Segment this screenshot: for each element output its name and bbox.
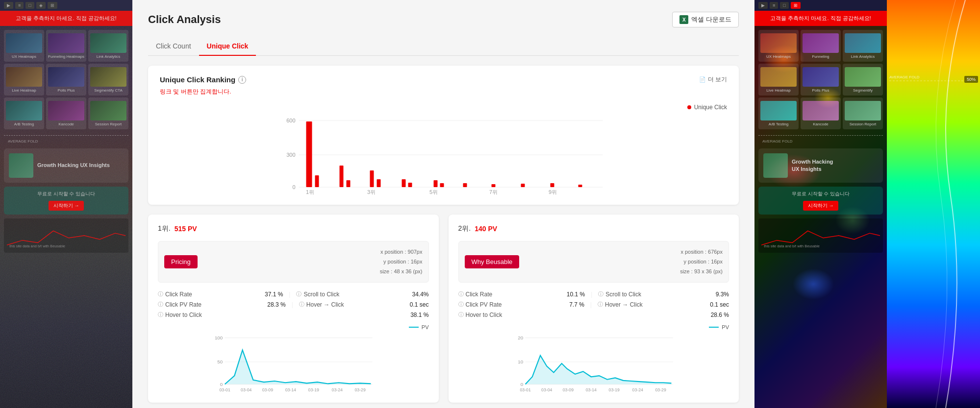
bottom-start-btn[interactable]: 시작하기 → bbox=[49, 201, 84, 211]
stats-2: ⓘ Click Rate 10.1 % | ⓘ Scroll to Click … bbox=[458, 290, 729, 318]
side-card-ab-testing[interactable]: A/B Testing bbox=[4, 97, 44, 129]
pv-legend-line-1 bbox=[409, 327, 419, 328]
r-side-btn-1[interactable]: ▶ bbox=[758, 2, 768, 9]
pv-legend-label-1: PV bbox=[422, 324, 429, 330]
svg-text:03-29: 03-29 bbox=[354, 387, 365, 392]
side-card-polls[interactable]: Polls Plus bbox=[46, 64, 86, 96]
svg-text:600: 600 bbox=[286, 118, 295, 123]
svg-text:03-24: 03-24 bbox=[332, 387, 343, 392]
r-card-4[interactable]: Live Heatmap bbox=[758, 64, 799, 96]
svg-text:03-01: 03-01 bbox=[219, 387, 230, 392]
rank-2-label: 2위. bbox=[458, 224, 471, 233]
r-side-btn-4[interactable]: ⊞ bbox=[791, 2, 801, 9]
bottom-cta[interactable]: 무료로 시작할 수 있습니다 시작하기 → bbox=[4, 187, 128, 215]
svg-text:03-14: 03-14 bbox=[285, 387, 296, 392]
side-btn-5[interactable]: ⊞ bbox=[48, 2, 57, 9]
info-icon-1c: ⓘ bbox=[158, 301, 163, 308]
r-growth-label: Growth HackingUX Insights bbox=[792, 158, 833, 173]
r-card-5[interactable]: Polls Plus bbox=[801, 64, 841, 96]
r-growth-thumbnail bbox=[763, 153, 788, 178]
right-gradient-panel: AVERAGE FOLD 50% bbox=[887, 0, 980, 408]
rank-1-label: 1위. bbox=[158, 224, 171, 233]
detail-card-2: 2위. 140 PV Why Beusable x position : 676… bbox=[449, 215, 739, 403]
pv-legend-label-2: PV bbox=[722, 324, 729, 330]
element-info-1: x position : 907px y position : 16px siz… bbox=[380, 247, 423, 276]
side-card-label: UX Heatmaps bbox=[12, 54, 36, 59]
svg-text:03-09: 03-09 bbox=[262, 387, 273, 392]
bottom-chart-svg: this site data and b/t with Beusable bbox=[7, 221, 126, 250]
svg-text:100: 100 bbox=[215, 335, 223, 340]
r-card-3[interactable]: Link Analytics bbox=[843, 30, 883, 62]
detail-cards-row: 1위. 515 PV Pricing x position : 907px y … bbox=[148, 215, 739, 403]
right-notice: 고객을 추측하지 마세요. 직접 공감하세요! bbox=[754, 11, 887, 26]
svg-text:0: 0 bbox=[220, 382, 223, 387]
svg-text:this site data and b/t with Be: this site data and b/t with Beusable bbox=[764, 244, 820, 248]
info-icon-1b: ⓘ bbox=[296, 290, 302, 298]
main-content: Click Analysis X 엑셀 다운로드 Click Count Uni… bbox=[132, 0, 754, 408]
side-card-segmentify[interactable]: Segmentify CTA bbox=[88, 64, 128, 96]
side-card-ux-heatmaps[interactable]: UX Heatmaps bbox=[4, 30, 44, 62]
r-side-btn-2[interactable]: ≡ bbox=[770, 2, 778, 9]
info-icon-2a: ⓘ bbox=[458, 290, 464, 298]
side-btn-2[interactable]: ≡ bbox=[15, 2, 24, 9]
svg-rect-21 bbox=[578, 185, 582, 187]
side-cards-grid: UX Heatmaps Funneling Heatmaps Link Anal… bbox=[0, 26, 132, 133]
svg-text:03-04: 03-04 bbox=[241, 387, 251, 392]
side-btn-1[interactable]: ▶ bbox=[4, 2, 13, 9]
stat-row-2-3: ⓘ Hover to Click 28.6 % bbox=[458, 311, 729, 318]
r-card-1[interactable]: UX Heatmaps bbox=[758, 30, 799, 62]
r-start-btn[interactable]: 시작하기 → bbox=[803, 201, 839, 211]
svg-rect-17 bbox=[463, 183, 467, 187]
side-card-kancode[interactable]: Kancode bbox=[46, 97, 86, 129]
doc-icon: 📄 bbox=[699, 76, 706, 83]
avg-fold-line: AVERAGE FOLD bbox=[4, 135, 128, 144]
stat-row-1-2: ⓘ Click PV Rate 28.3 % | ⓘ Hover → Click… bbox=[158, 301, 429, 308]
side-card-live-heatmap[interactable]: Live Heatmap bbox=[4, 64, 44, 96]
tab-unique-click[interactable]: Unique Click bbox=[199, 37, 256, 56]
r-bottom-cta[interactable]: 무료로 시작할 수 있습니다 시작하기 → bbox=[758, 187, 883, 215]
stat-row-1-3: ⓘ Hover to Click 38.1 % bbox=[158, 311, 429, 318]
left-side-panel: ▶ ≡ □ ◈ ⊞ 고객을 추측하지 마세요. 직접 공감하세요! UX Hea… bbox=[0, 0, 132, 408]
side-card-label: Kancode bbox=[58, 122, 74, 126]
r-card-8[interactable]: Kancode bbox=[801, 97, 841, 129]
chart-legend: Unique Click bbox=[160, 104, 727, 115]
svg-text:03-01: 03-01 bbox=[520, 387, 530, 392]
side-card-link-analytics[interactable]: Link Analytics bbox=[88, 30, 128, 62]
r-growth-card[interactable]: Growth HackingUX Insights bbox=[758, 148, 883, 183]
svg-text:300: 300 bbox=[286, 152, 295, 158]
growth-hacking-card[interactable]: Growth Hacking UX Insights bbox=[4, 148, 128, 183]
info-icon-1: ⓘ bbox=[158, 290, 163, 298]
stats-1: ⓘ Click Rate 37.1 % | ⓘ Scroll to Click … bbox=[158, 290, 429, 318]
r-card-2[interactable]: Funneling bbox=[801, 30, 841, 62]
side-card-funneling[interactable]: Funneling Heatmaps bbox=[46, 30, 86, 62]
side-btn-3[interactable]: □ bbox=[25, 2, 34, 9]
pv-legend-2: PV bbox=[458, 324, 729, 330]
info-icon-2c: ⓘ bbox=[458, 301, 464, 308]
tab-click-count[interactable]: Click Count bbox=[148, 37, 199, 56]
side-card-session-report[interactable]: Session Report bbox=[88, 97, 128, 129]
info-icon-1d: ⓘ bbox=[299, 301, 304, 308]
svg-text:03-09: 03-09 bbox=[562, 387, 573, 392]
ranking-info-icon[interactable]: i bbox=[238, 76, 246, 84]
r-side-btn-3[interactable]: □ bbox=[780, 2, 788, 9]
r-card-7[interactable]: A/B Testing bbox=[758, 97, 799, 129]
more-button[interactable]: 📄 더 보기 bbox=[699, 75, 727, 84]
side-top-bar: ▶ ≡ □ ◈ ⊞ bbox=[0, 0, 132, 11]
r-card-6[interactable]: Segmentify bbox=[843, 64, 883, 96]
percentage-badge: 50% bbox=[964, 76, 978, 83]
side-card-label: Link Analytics bbox=[97, 54, 120, 59]
stat-row-2-2: ⓘ Click PV Rate 7.7 % | ⓘ Hover → Click … bbox=[458, 301, 729, 308]
svg-text:9위: 9위 bbox=[549, 189, 557, 195]
ranking-subtitle: 링크 및 버튼만 집계합니다. bbox=[160, 88, 727, 96]
side-btn-4[interactable]: ◈ bbox=[36, 2, 46, 9]
svg-rect-11 bbox=[370, 170, 374, 187]
excel-download-button[interactable]: X 엑셀 다운로드 bbox=[672, 12, 739, 27]
r-bottom-chart: this site data and b/t with Beusable bbox=[758, 218, 883, 253]
preview-btn-2: Why Beusable bbox=[465, 255, 520, 268]
svg-text:03-19: 03-19 bbox=[608, 387, 619, 392]
r-card-9[interactable]: Session Report bbox=[843, 97, 883, 129]
bottom-chart-area: this site data and b/t with Beusable bbox=[4, 218, 128, 253]
detail-card-2-header: 2위. 140 PV bbox=[458, 224, 729, 233]
side-card-label: Polls Plus bbox=[57, 88, 75, 93]
svg-rect-7 bbox=[306, 121, 312, 187]
